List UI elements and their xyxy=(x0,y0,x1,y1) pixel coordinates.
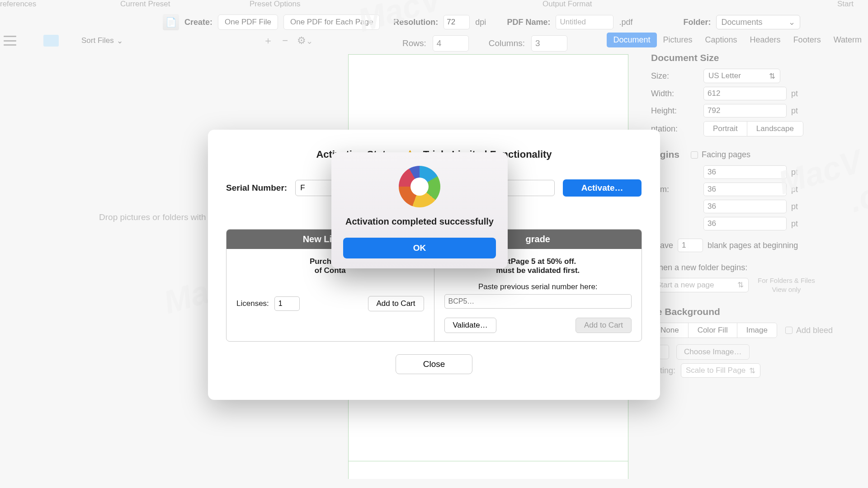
close-button[interactable]: Close xyxy=(396,354,472,374)
ok-button[interactable]: OK xyxy=(343,238,496,258)
alert-title: Activation completed successfully xyxy=(343,216,496,228)
validate-button[interactable]: Validate… xyxy=(444,318,496,333)
paste-label: Paste previous serial number here: xyxy=(444,282,632,291)
app-logo-icon xyxy=(399,166,440,207)
add-to-cart-button[interactable]: Add to Cart xyxy=(368,296,424,311)
serial-label: Serial Number: xyxy=(226,183,287,193)
upgrade-add-to-cart-button: Add to Cart xyxy=(576,318,632,333)
licenses-input[interactable] xyxy=(274,296,300,311)
activate-button[interactable]: Activate… xyxy=(563,179,642,197)
activation-success-alert: Activation completed successfully OK xyxy=(331,152,508,268)
licenses-label: Licenses: xyxy=(236,299,269,308)
previous-serial-input[interactable] xyxy=(444,294,632,309)
